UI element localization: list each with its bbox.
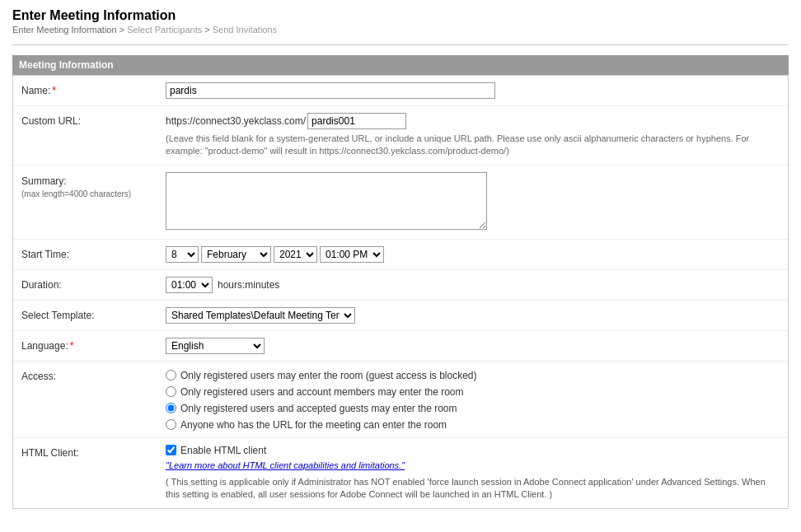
name-row: Name:* xyxy=(13,76,788,106)
access-label-3: Only registered users and accepted guest… xyxy=(180,403,457,414)
html-client-control: Enable HTML client "Learn more about HTM… xyxy=(166,445,780,502)
access-label: Access: xyxy=(21,368,166,382)
url-suffix-input[interactable] xyxy=(307,113,406,129)
access-options: Only registered users may enter the room… xyxy=(166,368,780,431)
language-required: * xyxy=(70,340,74,352)
url-base: https://connect30.yekclass.com/ xyxy=(166,115,306,127)
access-label-2: Only registered users and account member… xyxy=(180,386,464,398)
duration-select[interactable]: 01:00 00:3001:3002:00 02:3003:00 xyxy=(166,277,213,293)
breadcrumb-step3: Send Invitations xyxy=(213,25,277,35)
name-input[interactable] xyxy=(166,82,495,99)
summary-label: Summary: (max length=4000 characters) xyxy=(21,172,166,200)
access-control: Only registered users may enter the room… xyxy=(166,368,780,431)
html-client-note: ( This setting is applicable only if Adm… xyxy=(166,476,780,502)
access-label-1: Only registered users may enter the room… xyxy=(180,370,476,381)
page-title: Enter Meeting Information xyxy=(12,8,789,23)
language-row: Language:* English SpanishFrenchGerman A… xyxy=(13,331,788,362)
day-select[interactable]: 8 12345 67910 1112131415 1617181920 2122… xyxy=(166,246,199,263)
duration-unit: hours:minutes xyxy=(218,279,279,291)
meeting-form: Name:* Custom URL: https://connect30.yek… xyxy=(12,75,789,509)
breadcrumb-sep2: > xyxy=(204,25,212,35)
access-option-4[interactable]: Anyone who has the URL for the meeting c… xyxy=(166,419,780,431)
html-client-link[interactable]: "Learn more about HTML client capabiliti… xyxy=(166,460,780,470)
language-label: Language:* xyxy=(21,338,166,352)
duration-inputs: 01:00 00:3001:3002:00 02:3003:00 hours:m… xyxy=(166,277,780,293)
year-select[interactable]: 2021 202020222023 xyxy=(274,246,317,263)
language-input: English SpanishFrenchGerman ArabicPersia… xyxy=(166,338,780,354)
template-row: Select Template: Shared Templates\Defaul… xyxy=(13,301,788,331)
breadcrumb-sep1: > xyxy=(119,25,127,35)
template-label: Select Template: xyxy=(21,307,166,321)
template-input: Shared Templates\Default Meeting Templat… xyxy=(166,307,780,324)
start-time-inputs: 8 12345 67910 1112131415 1617181920 2122… xyxy=(166,246,780,263)
breadcrumb-step2: Select Participants xyxy=(127,25,202,35)
html-client-checkbox-text: Enable HTML client xyxy=(180,445,266,456)
html-client-label: HTML Client: xyxy=(21,445,166,459)
access-row: Access: Only registered users may enter … xyxy=(13,362,788,438)
name-required: * xyxy=(52,85,56,96)
template-control: Shared Templates\Default Meeting Templat… xyxy=(166,307,780,324)
section-header: Meeting Information xyxy=(12,55,789,75)
custom-url-row: Custom URL: https://connect30.yekclass.c… xyxy=(13,106,788,166)
start-time-label: Start Time: xyxy=(21,246,166,260)
html-client-checkbox-label[interactable]: Enable HTML client xyxy=(166,445,780,456)
access-option-2[interactable]: Only registered users and account member… xyxy=(166,386,780,398)
start-time-control: 8 12345 67910 1112131415 1617181920 2122… xyxy=(166,246,780,263)
breadcrumb: Enter Meeting Information > Select Parti… xyxy=(12,25,789,35)
url-hint: (Leave this field blank for a system-gen… xyxy=(166,133,780,158)
custom-url-control: https://connect30.yekclass.com/ (Leave t… xyxy=(166,113,780,158)
access-label-4: Anyone who has the URL for the meeting c… xyxy=(180,419,447,431)
template-select[interactable]: Shared Templates\Default Meeting Templat… xyxy=(166,307,355,324)
access-option-1[interactable]: Only registered users may enter the room… xyxy=(166,370,780,381)
summary-row: Summary: (max length=4000 characters) xyxy=(13,166,788,240)
html-client-row: HTML Client: Enable HTML client "Learn m… xyxy=(13,438,788,508)
access-radio-2[interactable] xyxy=(166,386,176,397)
access-radio-1[interactable] xyxy=(166,370,176,380)
start-time-row: Start Time: 8 12345 67910 1112131415 161… xyxy=(13,240,788,270)
duration-control: 01:00 00:3001:3002:00 02:3003:00 hours:m… xyxy=(166,277,780,293)
duration-label: Duration: xyxy=(21,277,166,291)
access-radio-3[interactable] xyxy=(166,403,176,413)
access-radio-4[interactable] xyxy=(166,419,176,430)
duration-row: Duration: 01:00 00:3001:3002:00 02:3003:… xyxy=(13,270,788,301)
header-divider xyxy=(12,44,789,45)
summary-control xyxy=(166,172,780,232)
custom-url-label: Custom URL: xyxy=(21,113,166,127)
access-option-3[interactable]: Only registered users and accepted guest… xyxy=(166,403,780,414)
name-label: Name:* xyxy=(21,82,166,96)
name-control xyxy=(166,82,780,99)
url-row: https://connect30.yekclass.com/ xyxy=(166,113,780,129)
html-client-area: Enable HTML client "Learn more about HTM… xyxy=(166,445,780,502)
breadcrumb-step1: Enter Meeting Information xyxy=(12,25,117,35)
language-control: English SpanishFrenchGerman ArabicPersia… xyxy=(166,338,780,354)
month-select[interactable]: February JanuaryMarchAprilMay JuneJulyAu… xyxy=(201,246,271,263)
language-select[interactable]: English SpanishFrenchGerman ArabicPersia… xyxy=(166,338,265,354)
summary-input[interactable] xyxy=(166,172,487,230)
time-select[interactable]: 01:00 PM 12:00 AM01:00 AM02:00 AM 03:00 … xyxy=(320,246,384,263)
html-client-checkbox[interactable] xyxy=(166,445,176,455)
